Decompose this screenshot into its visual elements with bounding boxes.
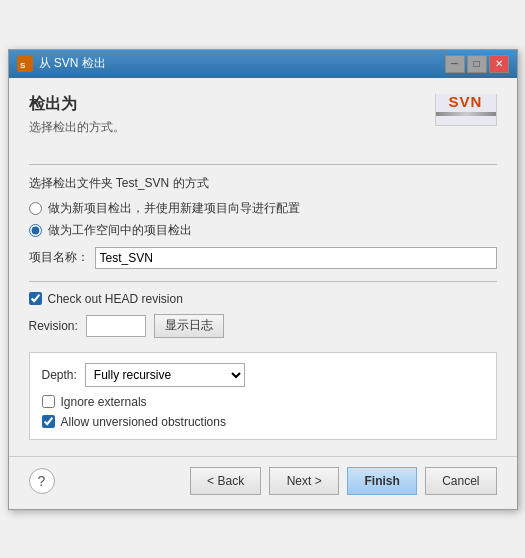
radio-item-workspace: 做为工作空间中的项目检出 xyxy=(29,222,497,239)
allow-row: Allow unversioned obstructions xyxy=(42,415,484,429)
project-name-input[interactable] xyxy=(95,247,497,269)
revision-label: Revision: xyxy=(29,319,78,333)
depth-label: Depth: xyxy=(42,368,77,382)
svn-title-icon: S xyxy=(17,56,33,72)
main-window: S 从 SVN 检出 ─ □ ✕ SVN 检出为 选择检出的方式。 选择检出文件… xyxy=(8,49,518,510)
project-name-label: 项目名称： xyxy=(29,249,89,266)
footer-left: ? xyxy=(29,468,55,494)
checkout-head-row: Check out HEAD revision xyxy=(29,292,497,306)
allow-unversioned-label: Allow unversioned obstructions xyxy=(61,415,226,429)
help-button[interactable]: ? xyxy=(29,468,55,494)
dialog-content: SVN 检出为 选择检出的方式。 选择检出文件夹 Test_SVN 的方式 做为… xyxy=(9,78,517,456)
folder-section-label: 选择检出文件夹 Test_SVN 的方式 xyxy=(29,175,497,192)
back-button[interactable]: < Back xyxy=(190,467,261,495)
next-button[interactable]: Next > xyxy=(269,467,339,495)
show-log-button[interactable]: 显示日志 xyxy=(154,314,224,338)
depth-select[interactable]: Fully recursive Immediate children Only … xyxy=(85,363,245,387)
maximize-button[interactable]: □ xyxy=(467,55,487,73)
header-area: SVN 检出为 选择检出的方式。 xyxy=(29,94,497,150)
radio-group: 做为新项目检出，并使用新建项目向导进行配置 做为工作空间中的项目检出 xyxy=(29,200,497,239)
section-title: 检出为 xyxy=(29,94,497,115)
titlebar-left: S 从 SVN 检出 xyxy=(17,55,106,72)
minimize-button[interactable]: ─ xyxy=(445,55,465,73)
radio-workspace[interactable] xyxy=(29,224,42,237)
svg-text:S: S xyxy=(20,61,26,70)
ignore-externals-label: Ignore externals xyxy=(61,395,147,409)
radio-item-new-project: 做为新项目检出，并使用新建项目向导进行配置 xyxy=(29,200,497,217)
cancel-button[interactable]: Cancel xyxy=(425,467,496,495)
revision-row: Revision: 显示日志 xyxy=(29,314,497,338)
footer-right: < Back Next > Finish Cancel xyxy=(190,467,496,495)
titlebar: S 从 SVN 检出 ─ □ ✕ xyxy=(9,50,517,78)
svn-logo: SVN xyxy=(435,94,497,126)
titlebar-buttons: ─ □ ✕ xyxy=(445,55,509,73)
ignore-externals-checkbox[interactable] xyxy=(42,395,55,408)
project-name-row: 项目名称： xyxy=(29,247,497,269)
divider-1 xyxy=(29,164,497,165)
radio-new-project[interactable] xyxy=(29,202,42,215)
depth-section: Depth: Fully recursive Immediate childre… xyxy=(29,352,497,440)
radio-new-project-label: 做为新项目检出，并使用新建项目向导进行配置 xyxy=(48,200,300,217)
ignore-row: Ignore externals xyxy=(42,395,484,409)
window-title: 从 SVN 检出 xyxy=(39,55,106,72)
allow-unversioned-checkbox[interactable] xyxy=(42,415,55,428)
revision-input[interactable] xyxy=(86,315,146,337)
checkout-head-checkbox[interactable] xyxy=(29,292,42,305)
section-subtitle: 选择检出的方式。 xyxy=(29,119,497,136)
checkout-head-label: Check out HEAD revision xyxy=(48,292,183,306)
close-button[interactable]: ✕ xyxy=(489,55,509,73)
svn-logo-bar xyxy=(436,112,496,116)
svn-logo-text: SVN xyxy=(449,94,483,111)
footer: ? < Back Next > Finish Cancel xyxy=(9,456,517,509)
finish-button[interactable]: Finish xyxy=(347,467,417,495)
depth-row: Depth: Fully recursive Immediate childre… xyxy=(42,363,484,387)
divider-2 xyxy=(29,281,497,282)
radio-workspace-label: 做为工作空间中的项目检出 xyxy=(48,222,192,239)
